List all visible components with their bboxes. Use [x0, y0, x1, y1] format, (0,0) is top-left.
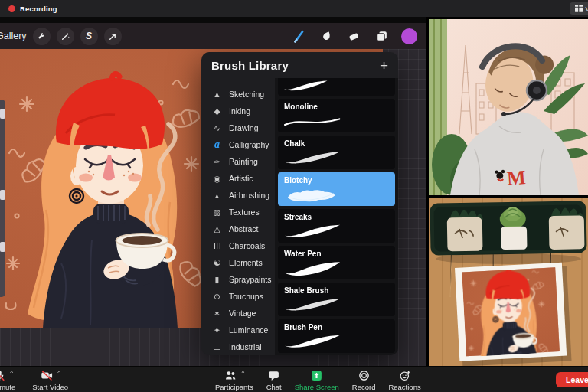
modify-button[interactable]: [0, 190, 5, 200]
brush-category-airbrushing[interactable]: ▴Airbrushing: [201, 187, 275, 204]
brush-category-touchups[interactable]: ⊙Touchups: [201, 288, 275, 305]
transform-button[interactable]: [104, 28, 122, 45]
brush-category-artistic[interactable]: ◉Artistic: [201, 170, 275, 187]
smudge-finger-icon: [319, 29, 334, 44]
brush-category-inking[interactable]: ◆Inking: [201, 103, 275, 119]
participant-video-top[interactable]: M: [429, 19, 588, 195]
brush-tool-button[interactable]: [291, 28, 307, 44]
brush-item-partial[interactable]: [278, 78, 395, 96]
brush-category-charcoals[interactable]: ☰Charcoals: [201, 237, 275, 254]
vintage-star-icon: ✶: [211, 309, 223, 318]
actions-wrench-button[interactable]: [33, 28, 51, 45]
recording-dot-icon: [8, 5, 15, 12]
selection-button[interactable]: S: [80, 28, 98, 45]
brush-stroke-preview: [281, 294, 343, 315]
adjustments-button[interactable]: [57, 28, 74, 45]
control-label: Record: [352, 383, 376, 391]
brush-category-abstract[interactable]: △Abstract: [201, 220, 275, 237]
brush-list: MonolineChalkBlotchyStreaksWater PenShal…: [275, 78, 398, 355]
category-label: Sketching: [229, 90, 264, 99]
chevron-up-icon[interactable]: ^: [10, 370, 13, 376]
category-label: Inking: [229, 106, 250, 116]
recording-indicator: Recording: [20, 5, 57, 13]
record-button[interactable]: Record: [352, 369, 376, 391]
brush-item-chalk[interactable]: Chalk: [278, 136, 395, 169]
brush-stroke-preview: [281, 220, 343, 242]
chat-button[interactable]: Chat: [266, 369, 282, 391]
procreate-canvas-workspace[interactable]: Brush Library + ▲Sketching◆Inking∿Drawin…: [0, 49, 426, 366]
share-screen-button[interactable]: Share Screen: [295, 369, 339, 391]
add-brush-button[interactable]: +: [380, 58, 388, 73]
category-label: Artistic: [229, 174, 253, 183]
category-label: Airbrushing: [229, 191, 270, 200]
smudge-tool-button[interactable]: [318, 28, 335, 44]
brush-category-painting[interactable]: ✑Painting: [201, 153, 275, 170]
start-video-button[interactable]: ^Start Video: [32, 369, 68, 391]
layers-icon: [374, 29, 389, 44]
brush-item-blotchy[interactable]: Blotchy: [278, 172, 395, 206]
category-label: Luminance: [229, 325, 268, 335]
brush-item-monoline[interactable]: Monoline: [278, 99, 395, 132]
calligraphy-a-icon: a: [211, 139, 223, 150]
category-label: Vintage: [229, 309, 256, 318]
brush-category-elements[interactable]: ☯Elements: [201, 254, 275, 271]
zoom-control-bar: ^Unmute^Start Video ^ParticipantsChatSha…: [0, 366, 588, 392]
brush-item-water-pen[interactable]: Water Pen: [278, 246, 395, 279]
chevron-up-icon[interactable]: ^: [241, 370, 244, 376]
zoom-menu-bar: Recording View: [0, 0, 588, 17]
view-button[interactable]: View: [570, 2, 588, 15]
brush-category-industrial[interactable]: ⊥Industrial: [201, 338, 275, 355]
procreate-toolbar: Gallery S: [0, 23, 426, 49]
brush-opacity-slider[interactable]: [0, 242, 5, 252]
category-label: Abstract: [229, 224, 259, 234]
brush-category-list: ▲Sketching◆Inking∿DrawingaCalligraphy✑Pa…: [201, 78, 275, 355]
category-label: Drawing: [229, 123, 259, 132]
procreate-sidebar[interactable]: [0, 100, 5, 297]
record-icon: [357, 369, 371, 382]
brush-category-textures[interactable]: ▨Textures: [201, 204, 275, 220]
brush-category-sketching[interactable]: ▲Sketching: [201, 86, 275, 103]
paintbrush-icon: ✑: [211, 158, 223, 166]
unmute-button[interactable]: ^Unmute: [0, 369, 15, 391]
brush-size-slider[interactable]: [0, 109, 5, 119]
participant-video-bottom[interactable]: [429, 198, 588, 366]
leave-button[interactable]: Leave: [556, 372, 588, 387]
transform-arrow-icon: [108, 31, 118, 41]
brush-item-brush-pen[interactable]: Brush Pen: [278, 319, 395, 353]
control-label: Share Screen: [295, 383, 339, 391]
brush-item-streaks[interactable]: Streaks: [278, 209, 395, 243]
brush-category-drawing[interactable]: ∿Drawing: [201, 119, 275, 136]
chevron-up-icon[interactable]: ^: [57, 370, 60, 376]
magic-wand-icon: [60, 31, 70, 41]
active-color-swatch[interactable]: [401, 28, 417, 44]
webcam-woman-headset: M: [429, 19, 588, 195]
brush-category-luminance[interactable]: ✦Luminance: [201, 322, 275, 338]
eraser-tool-button[interactable]: [346, 28, 362, 44]
layers-button[interactable]: [374, 28, 390, 44]
palette-icon: ◉: [211, 175, 223, 183]
spray-can-icon: ▮: [211, 276, 223, 284]
participants-button[interactable]: ^Participants: [215, 369, 253, 391]
brush-category-vintage[interactable]: ✶Vintage: [201, 305, 275, 322]
brush-stroke-preview: [281, 110, 343, 132]
gallery-button[interactable]: Gallery: [0, 31, 27, 41]
category-label: Calligraphy: [229, 140, 270, 149]
charcoal-bars-icon: ☰: [213, 240, 221, 252]
reactions-button[interactable]: Reactions: [388, 369, 420, 391]
paintbrush-tool-icon: [292, 28, 307, 44]
zoom-meeting-window: Recording View Gallery S: [0, 0, 588, 392]
participants-icon: [224, 369, 237, 382]
brush-stroke-preview: [281, 184, 343, 205]
webcam-desk-artwork: [429, 198, 588, 366]
brush-category-spraypaints[interactable]: ▮Spraypaints: [201, 271, 275, 288]
category-label: Industrial: [229, 342, 262, 351]
pencil-icon: ▲: [211, 90, 223, 99]
category-label: Textures: [229, 207, 260, 217]
brush-category-calligraphy[interactable]: aCalligraphy: [201, 136, 275, 153]
control-label: Unmute: [0, 383, 15, 391]
svg-text:M: M: [506, 166, 527, 190]
ink-drop-icon: ◆: [211, 107, 223, 116]
mic-off-icon: [0, 369, 6, 382]
anvil-icon: ⊥: [211, 343, 223, 351]
brush-item-shale-brush[interactable]: Shale Brush: [278, 283, 395, 316]
